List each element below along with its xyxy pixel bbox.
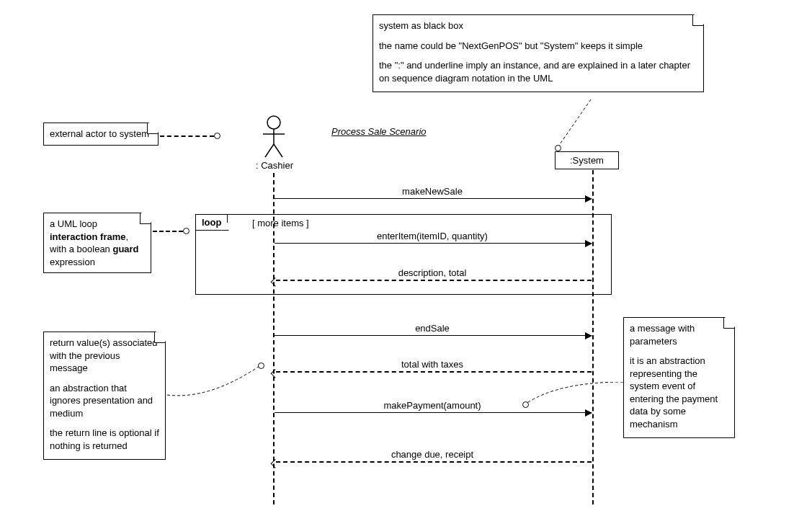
anchor-circle-icon: [183, 228, 189, 234]
loop-interaction-frame: loop [ more items ]: [195, 214, 612, 295]
message-label-endSale: endSale: [324, 323, 540, 334]
note-text: the ":" and underline imply an instance,…: [379, 59, 697, 84]
note-text: the name could be "NextGenPOS" but "Syst…: [379, 40, 697, 53]
svg-line-4: [265, 144, 274, 157]
anchor-circle-icon: [214, 133, 220, 139]
note-anchor-line: [160, 135, 214, 137]
note-loop-frame: a UML loop interaction frame, with a boo…: [43, 213, 151, 273]
note-text: it is an abstraction representing the sy…: [630, 355, 728, 430]
loop-guard: [ more items ]: [252, 218, 309, 228]
note-message-parameters: a message with parameters it is an abstr…: [623, 317, 735, 438]
svg-line-0: [558, 99, 591, 146]
svg-line-5: [274, 144, 282, 157]
message-arrow: [275, 335, 592, 336]
note-text: external actor to system: [50, 128, 149, 139]
note-text: guard: [112, 244, 138, 254]
actor-label: : Cashier: [252, 160, 297, 171]
note-text: interaction frame: [50, 231, 125, 242]
return-label-description-total: description, total: [324, 267, 540, 278]
return-arrow: [276, 371, 592, 373]
svg-point-1: [267, 116, 280, 129]
return-label-change-due-receipt: change due, receipt: [324, 449, 540, 460]
arrowhead-right-icon: [585, 240, 592, 247]
diagram-title: Process Sale Scenario: [331, 126, 427, 137]
arrowhead-right-icon: [585, 195, 592, 203]
return-label-total-with-taxes: total with taxes: [324, 359, 540, 370]
message-arrow: [275, 198, 592, 199]
note-return-value: return value(s) associated with the prev…: [43, 332, 166, 460]
arrowhead-right-icon: [585, 332, 592, 339]
note-fold-icon: [692, 15, 703, 26]
return-arrow: [276, 280, 592, 281]
note-fold-icon: [140, 213, 151, 224]
actor-icon: [259, 115, 288, 159]
message-label-makePayment: makePayment(amount): [324, 400, 540, 411]
loop-operator-label: loop: [196, 215, 228, 231]
system-label: :System: [570, 155, 604, 166]
message-arrow: [275, 243, 592, 244]
note-text: a UML loop: [50, 218, 97, 229]
note-text: the return line is optional if nothing i…: [50, 427, 159, 452]
note-anchor-line: [555, 99, 598, 151]
note-text: an abstraction that ignores presentation…: [50, 382, 159, 420]
note-external-actor: external actor to system: [43, 123, 159, 146]
note-text: system as black box: [379, 19, 697, 32]
return-arrow: [276, 461, 592, 463]
note-anchor-line: [166, 360, 267, 400]
note-text: expression: [50, 257, 95, 267]
arrowhead-right-icon: [585, 409, 592, 417]
note-fold-icon: [154, 332, 165, 343]
note-text: return value(s) associated with the prev…: [50, 337, 159, 375]
note-fold-icon: [723, 318, 734, 329]
note-fold-icon: [147, 123, 158, 134]
arrowhead-left-open-icon: [271, 369, 280, 378]
note-system-blackbox: system as black box the name could be "N…: [372, 14, 704, 92]
arrowhead-left-open-icon: [271, 459, 280, 468]
anchor-circle-icon: [258, 362, 264, 369]
system-lifeline-head: :System: [555, 151, 619, 169]
message-label-makeNewSale: makeNewSale: [324, 186, 540, 197]
message-arrow: [275, 412, 592, 413]
note-anchor-line: [153, 231, 183, 232]
anchor-circle-icon: [555, 145, 561, 151]
message-label-enterItem: enterItem(itemID, quantity): [324, 231, 540, 241]
note-text: a message with parameters: [630, 322, 728, 347]
